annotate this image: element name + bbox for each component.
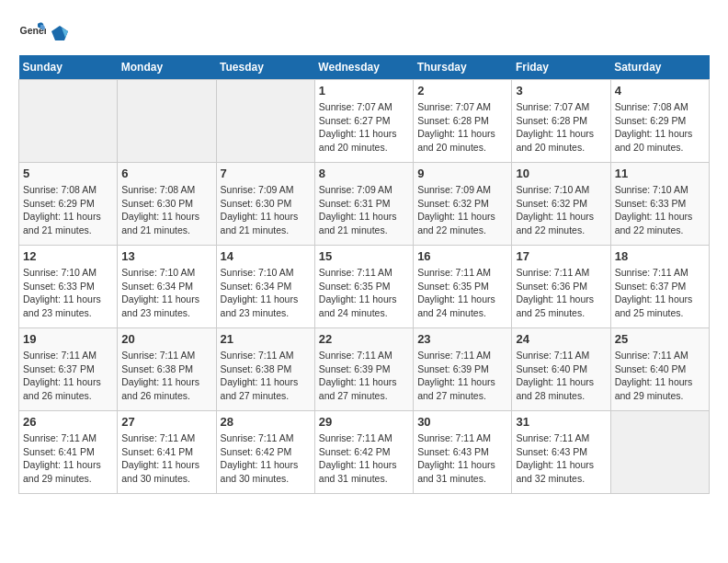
calendar-week-row: 26Sunrise: 7:11 AMSunset: 6:41 PMDayligh… [19,411,710,494]
calendar-day-cell: 22Sunrise: 7:11 AMSunset: 6:39 PMDayligh… [314,328,413,411]
calendar-week-row: 1Sunrise: 7:07 AMSunset: 6:27 PMDaylight… [19,80,710,163]
day-info: Sunrise: 7:08 AMSunset: 6:30 PMDaylight:… [121,183,211,237]
calendar-day-cell: 24Sunrise: 7:11 AMSunset: 6:40 PMDayligh… [512,328,610,411]
day-number: 31 [516,415,606,429]
day-number: 30 [417,415,507,429]
day-info: Sunrise: 7:11 AMSunset: 6:40 PMDaylight:… [516,349,606,403]
day-info: Sunrise: 7:11 AMSunset: 6:35 PMDaylight:… [319,266,409,320]
day-info: Sunrise: 7:11 AMSunset: 6:37 PMDaylight:… [615,266,705,320]
weekday-header: Friday [512,55,610,80]
day-info: Sunrise: 7:11 AMSunset: 6:35 PMDaylight:… [417,266,507,320]
calendar-day-cell: 20Sunrise: 7:11 AMSunset: 6:38 PMDayligh… [118,328,216,411]
day-number: 27 [121,415,211,429]
calendar-day-cell: 7Sunrise: 7:09 AMSunset: 6:30 PMDaylight… [216,163,314,246]
calendar-week-row: 5Sunrise: 7:08 AMSunset: 6:29 PMDaylight… [19,163,710,246]
day-info: Sunrise: 7:08 AMSunset: 6:29 PMDaylight:… [23,183,113,237]
calendar-day-cell [610,411,709,494]
calendar-day-cell: 31Sunrise: 7:11 AMSunset: 6:43 PMDayligh… [512,411,610,494]
day-number: 4 [615,84,705,98]
day-info: Sunrise: 7:11 AMSunset: 6:43 PMDaylight:… [417,431,507,486]
calendar-week-row: 12Sunrise: 7:10 AMSunset: 6:33 PMDayligh… [19,246,710,328]
day-info: Sunrise: 7:11 AMSunset: 6:40 PMDaylight:… [615,349,705,403]
day-number: 1 [319,84,409,98]
logo-flag-icon [50,24,70,44]
calendar-day-cell: 8Sunrise: 7:09 AMSunset: 6:31 PMDaylight… [314,163,413,246]
day-info: Sunrise: 7:11 AMSunset: 6:37 PMDaylight:… [23,349,113,403]
calendar-day-cell: 13Sunrise: 7:10 AMSunset: 6:34 PMDayligh… [118,246,216,328]
day-number: 3 [516,84,606,98]
day-info: Sunrise: 7:11 AMSunset: 6:42 PMDaylight:… [319,431,409,486]
day-number: 18 [615,249,705,263]
day-number: 28 [221,415,311,429]
day-info: Sunrise: 7:11 AMSunset: 6:39 PMDaylight:… [417,349,507,403]
calendar-day-cell: 28Sunrise: 7:11 AMSunset: 6:42 PMDayligh… [216,411,314,494]
calendar-day-cell [19,80,118,163]
calendar-day-cell: 2Sunrise: 7:07 AMSunset: 6:28 PMDaylight… [414,80,512,163]
calendar-day-cell: 9Sunrise: 7:09 AMSunset: 6:32 PMDaylight… [414,163,512,246]
calendar-day-cell: 25Sunrise: 7:11 AMSunset: 6:40 PMDayligh… [610,328,709,411]
calendar-day-cell: 26Sunrise: 7:11 AMSunset: 6:41 PMDayligh… [19,411,118,494]
day-info: Sunrise: 7:07 AMSunset: 6:28 PMDaylight:… [417,100,507,155]
day-number: 26 [23,415,113,429]
day-info: Sunrise: 7:10 AMSunset: 6:32 PMDaylight:… [516,183,606,237]
calendar-day-cell: 1Sunrise: 7:07 AMSunset: 6:27 PMDaylight… [314,80,413,163]
day-info: Sunrise: 7:11 AMSunset: 6:43 PMDaylight:… [516,431,606,486]
day-number: 14 [221,249,311,263]
day-number: 29 [319,415,409,429]
calendar-header-row: SundayMondayTuesdayWednesdayThursdayFrid… [19,55,710,80]
calendar-table: SundayMondayTuesdayWednesdayThursdayFrid… [18,55,710,494]
day-info: Sunrise: 7:10 AMSunset: 6:34 PMDaylight:… [221,266,311,320]
day-number: 7 [221,167,311,180]
calendar-day-cell: 30Sunrise: 7:11 AMSunset: 6:43 PMDayligh… [414,411,512,494]
day-info: Sunrise: 7:11 AMSunset: 6:42 PMDaylight:… [221,431,311,486]
day-info: Sunrise: 7:07 AMSunset: 6:27 PMDaylight:… [319,100,409,155]
calendar-day-cell: 5Sunrise: 7:08 AMSunset: 6:29 PMDaylight… [19,163,118,246]
calendar-day-cell [118,80,216,163]
weekday-header: Sunday [19,55,118,80]
day-number: 2 [417,84,507,98]
day-info: Sunrise: 7:11 AMSunset: 6:36 PMDaylight:… [516,266,606,320]
day-number: 6 [121,167,211,180]
weekday-header: Saturday [610,55,709,80]
day-number: 9 [417,167,507,180]
day-info: Sunrise: 7:09 AMSunset: 6:30 PMDaylight:… [221,183,311,237]
day-number: 5 [23,167,113,180]
page-header: General [18,18,710,46]
calendar-day-cell: 15Sunrise: 7:11 AMSunset: 6:35 PMDayligh… [314,246,413,328]
calendar-day-cell: 10Sunrise: 7:10 AMSunset: 6:32 PMDayligh… [512,163,610,246]
day-info: Sunrise: 7:07 AMSunset: 6:28 PMDaylight:… [516,100,606,155]
calendar-day-cell: 4Sunrise: 7:08 AMSunset: 6:29 PMDaylight… [610,80,709,163]
day-number: 12 [23,249,113,263]
day-number: 13 [121,249,211,263]
calendar-day-cell: 19Sunrise: 7:11 AMSunset: 6:37 PMDayligh… [19,328,118,411]
weekday-header: Thursday [414,55,512,80]
calendar-week-row: 19Sunrise: 7:11 AMSunset: 6:37 PMDayligh… [19,328,710,411]
day-number: 21 [221,332,311,346]
day-info: Sunrise: 7:10 AMSunset: 6:34 PMDaylight:… [121,266,211,320]
day-number: 19 [23,332,113,346]
day-info: Sunrise: 7:11 AMSunset: 6:38 PMDaylight:… [121,349,211,403]
day-number: 23 [417,332,507,346]
day-number: 25 [615,332,705,346]
logo-icon: General [18,18,46,46]
calendar-day-cell: 6Sunrise: 7:08 AMSunset: 6:30 PMDaylight… [118,163,216,246]
calendar-day-cell: 14Sunrise: 7:10 AMSunset: 6:34 PMDayligh… [216,246,314,328]
day-number: 15 [319,249,409,263]
calendar-day-cell: 18Sunrise: 7:11 AMSunset: 6:37 PMDayligh… [610,246,709,328]
calendar-day-cell: 21Sunrise: 7:11 AMSunset: 6:38 PMDayligh… [216,328,314,411]
calendar-day-cell: 17Sunrise: 7:11 AMSunset: 6:36 PMDayligh… [512,246,610,328]
day-info: Sunrise: 7:11 AMSunset: 6:41 PMDaylight:… [23,431,113,486]
day-number: 22 [319,332,409,346]
day-number: 24 [516,332,606,346]
day-info: Sunrise: 7:10 AMSunset: 6:33 PMDaylight:… [23,266,113,320]
day-number: 8 [319,167,409,180]
calendar-day-cell: 29Sunrise: 7:11 AMSunset: 6:42 PMDayligh… [314,411,413,494]
calendar-day-cell: 23Sunrise: 7:11 AMSunset: 6:39 PMDayligh… [414,328,512,411]
weekday-header: Wednesday [314,55,413,80]
calendar-day-cell [216,80,314,163]
calendar-day-cell: 12Sunrise: 7:10 AMSunset: 6:33 PMDayligh… [19,246,118,328]
day-info: Sunrise: 7:09 AMSunset: 6:32 PMDaylight:… [417,183,507,237]
day-info: Sunrise: 7:10 AMSunset: 6:33 PMDaylight:… [615,183,705,237]
day-number: 20 [121,332,211,346]
day-number: 10 [516,167,606,180]
